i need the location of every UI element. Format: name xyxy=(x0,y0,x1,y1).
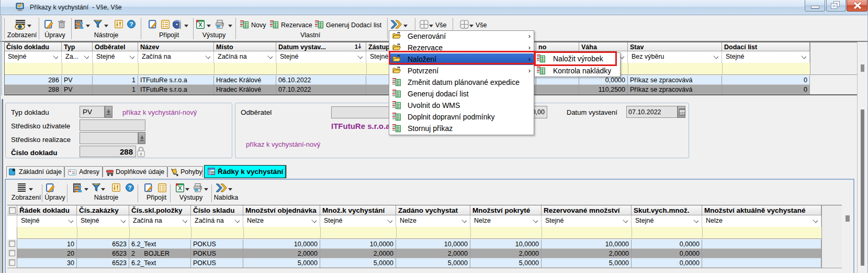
svg-text:X: X xyxy=(198,21,202,28)
svg-text:X: X xyxy=(178,185,182,191)
svg-text:?: ? xyxy=(129,21,133,27)
svg-text:?: ? xyxy=(128,184,131,191)
